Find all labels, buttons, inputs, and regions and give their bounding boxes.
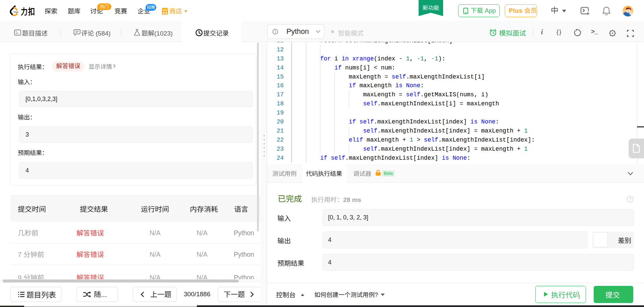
svg-text:?: ?	[629, 197, 631, 202]
